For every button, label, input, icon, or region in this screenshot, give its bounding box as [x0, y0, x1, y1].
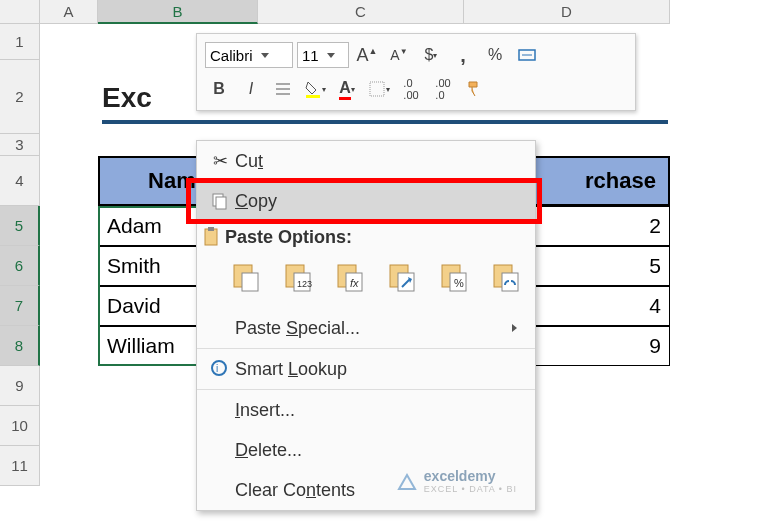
- comma-style-icon[interactable]: ,: [449, 42, 477, 68]
- smart-lookup-icon: i: [205, 359, 235, 379]
- svg-rect-5: [306, 95, 320, 98]
- context-menu: ✂ Cut Copy Paste Options: 123 fx % Paste…: [196, 140, 536, 511]
- font-name: Calibri: [210, 47, 253, 64]
- svg-rect-8: [216, 197, 226, 209]
- format-painter-icon[interactable]: [461, 76, 489, 102]
- font-size: 11: [302, 47, 319, 64]
- col-header-b[interactable]: B: [98, 0, 258, 24]
- font-size-selector[interactable]: 11: [297, 42, 349, 68]
- row-header-9[interactable]: 9: [0, 366, 40, 406]
- paste-options-row: 123 fx %: [225, 248, 535, 308]
- paste-transpose-icon[interactable]: [381, 256, 423, 298]
- row-header-11[interactable]: 11: [0, 446, 40, 486]
- paste-formatting-icon[interactable]: %: [433, 256, 475, 298]
- svg-rect-25: [502, 273, 518, 291]
- row-header-1[interactable]: 1: [0, 24, 40, 60]
- column-headers: A B C D: [40, 0, 670, 24]
- select-all-corner[interactable]: [0, 0, 40, 24]
- accounting-format-icon[interactable]: $ ▾: [417, 42, 445, 68]
- row-header-5[interactable]: 5: [0, 206, 40, 246]
- col-header-c[interactable]: C: [258, 0, 464, 24]
- menu-copy[interactable]: Copy: [197, 181, 535, 221]
- menu-copy-label: Copy: [235, 191, 527, 212]
- col-header-d[interactable]: D: [464, 0, 670, 24]
- clipboard-icon: [197, 221, 225, 247]
- menu-insert[interactable]: Insert...: [197, 390, 535, 430]
- svg-text:i: i: [216, 363, 218, 374]
- decrease-font-icon[interactable]: A▼: [385, 42, 413, 68]
- paste-values-icon[interactable]: 123: [277, 256, 319, 298]
- menu-delete-label: Delete...: [235, 440, 527, 461]
- dropdown-arrow-icon: [261, 53, 269, 58]
- mini-toolbar: Calibri 11 A▲ A▼ $ ▾ , % B I ▾ A▾ ▾ .0.0…: [196, 33, 636, 111]
- paste-formulas-icon[interactable]: fx: [329, 256, 371, 298]
- borders-icon[interactable]: ▾: [365, 76, 393, 102]
- row-header-7[interactable]: 7: [0, 286, 40, 326]
- row-header-3[interactable]: 3: [0, 134, 40, 156]
- bold-icon[interactable]: B: [205, 76, 233, 102]
- svg-text:%: %: [454, 277, 464, 289]
- paste-normal-icon[interactable]: [225, 256, 267, 298]
- dropdown-arrow-icon: [327, 53, 335, 58]
- percent-style-icon[interactable]: %: [481, 42, 509, 68]
- font-selector[interactable]: Calibri: [205, 42, 293, 68]
- decrease-decimal-icon[interactable]: .00.0: [429, 76, 457, 102]
- row-headers: 1 2 3 4 5 6 7 8 9 10 11: [0, 24, 40, 486]
- svg-rect-6: [370, 82, 384, 96]
- watermark-logo-icon: [395, 469, 419, 493]
- svg-rect-12: [242, 273, 258, 291]
- row-header-6[interactable]: 6: [0, 246, 40, 286]
- menu-paste-special[interactable]: Paste Special...: [197, 308, 535, 348]
- submenu-arrow-icon: [512, 324, 517, 332]
- fill-color-icon[interactable]: ▾: [301, 76, 329, 102]
- merge-center-icon[interactable]: [513, 42, 541, 68]
- menu-insert-label: Insert...: [235, 400, 527, 421]
- col-header-a[interactable]: A: [40, 0, 98, 24]
- svg-rect-9: [205, 229, 217, 245]
- font-color-icon[interactable]: A▾: [333, 76, 361, 102]
- menu-cut-label: Cut: [235, 151, 527, 172]
- paste-options-label: Paste Options:: [225, 221, 535, 248]
- menu-smart-lookup[interactable]: i Smart Lookup: [197, 349, 535, 389]
- row-header-2[interactable]: 2: [0, 60, 40, 134]
- watermark: exceldemy EXCEL • DATA • BI: [395, 468, 517, 494]
- row-header-10[interactable]: 10: [0, 406, 40, 446]
- increase-decimal-icon[interactable]: .0.00: [397, 76, 425, 102]
- svg-text:123: 123: [297, 279, 312, 289]
- watermark-tag: EXCEL • DATA • BI: [424, 484, 517, 494]
- svg-rect-10: [208, 227, 214, 231]
- paste-link-icon[interactable]: [485, 256, 527, 298]
- row-header-8[interactable]: 8: [0, 326, 40, 366]
- align-icon[interactable]: [269, 76, 297, 102]
- scissors-icon: ✂: [205, 150, 235, 172]
- menu-paste-special-label: Paste Special...: [235, 318, 512, 339]
- menu-delete[interactable]: Delete...: [197, 430, 535, 470]
- row-header-4[interactable]: 4: [0, 156, 40, 206]
- menu-cut[interactable]: ✂ Cut: [197, 141, 535, 181]
- svg-point-26: [212, 361, 226, 375]
- svg-text:fx: fx: [350, 277, 359, 289]
- copy-icon: [205, 192, 235, 210]
- increase-font-icon[interactable]: A▲: [353, 42, 381, 68]
- italic-icon[interactable]: I: [237, 76, 265, 102]
- watermark-brand: exceldemy: [424, 468, 517, 484]
- menu-smart-lookup-label: Smart Lookup: [235, 359, 527, 380]
